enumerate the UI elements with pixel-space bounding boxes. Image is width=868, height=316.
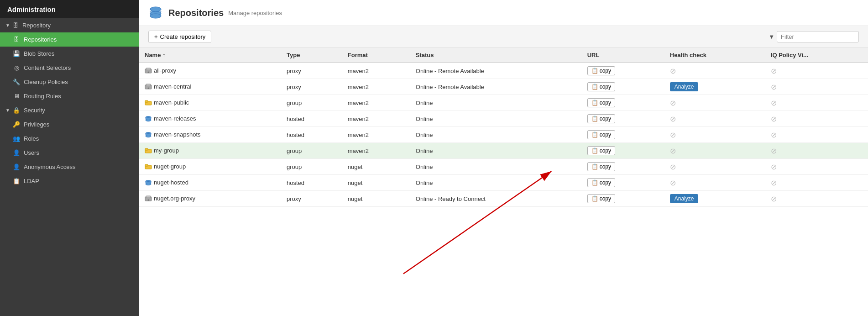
sidebar-item-content-selectors[interactable]: ◎ Content Selectors — [0, 61, 139, 75]
cell-iq-policy: ⊘ — [765, 79, 868, 95]
copy-url-button[interactable]: 📋 copy — [587, 194, 615, 203]
iq-disabled-icon: ⊘ — [771, 131, 777, 139]
cell-url: 📋 copy — [582, 79, 664, 95]
cell-status: Online — [410, 143, 582, 159]
cell-health-check: ⊘ — [664, 143, 765, 159]
col-name: Name ↑ — [139, 48, 281, 63]
cell-format: nuget — [342, 191, 410, 207]
col-url: URL — [582, 48, 664, 63]
sidebar-item-repositories[interactable]: 🗄 Repositories — [0, 32, 139, 47]
sidebar-item-label: Repositories — [24, 36, 57, 43]
chevron-down-icon-security: ▼ — [5, 108, 10, 113]
filter-icon: ▼ — [769, 33, 774, 40]
security-icon: 🔒 — [13, 107, 20, 114]
cell-type: proxy — [281, 191, 342, 207]
sidebar-item-blob-stores[interactable]: 💾 Blob Stores — [0, 47, 139, 61]
sidebar-title: Administration — [0, 0, 139, 18]
sidebar-item-anonymous-access[interactable]: 👤 Anonymous Access — [0, 160, 139, 174]
create-repository-button[interactable]: + Create repository — [148, 31, 211, 43]
cell-iq-policy: ⊘ — [765, 159, 868, 175]
table-row: maven-central proxy maven2 Online - Remo… — [139, 79, 868, 95]
cell-format: nuget — [342, 175, 410, 191]
cell-url: 📋 copy — [582, 191, 664, 207]
cell-health-check: ⊘ — [664, 95, 765, 111]
copy-url-button[interactable]: 📋 copy — [587, 114, 615, 123]
table-row: nuget-hosted hosted nuget Online 📋 copy … — [139, 175, 868, 191]
table-row: nuget-group group nuget Online 📋 copy ⊘ … — [139, 159, 868, 175]
sidebar-item-label: Privileges — [24, 121, 49, 128]
main-content: Repositories Manage repositories + Creat… — [139, 0, 868, 316]
svg-point-26 — [148, 200, 149, 201]
copy-url-button[interactable]: 📋 copy — [587, 162, 615, 171]
sidebar-item-privileges[interactable]: 🔑 Privileges — [0, 117, 139, 132]
content-selectors-icon: ◎ — [13, 64, 20, 71]
sidebar-item-cleanup-policies[interactable]: 🔧 Cleanup Policies — [0, 75, 139, 89]
cell-format: maven2 — [342, 111, 410, 127]
cell-format: maven2 — [342, 95, 410, 111]
table-row: maven-releases hosted maven2 Online 📋 co… — [139, 111, 868, 127]
analyze-button[interactable]: Analyze — [670, 194, 699, 203]
iq-disabled-icon: ⊘ — [771, 67, 777, 75]
sidebar-item-roles[interactable]: 👥 Roles — [0, 132, 139, 146]
copy-icon: 📋 — [591, 132, 598, 138]
cell-name: maven-snapshots — [139, 127, 281, 143]
chevron-down-icon: ▼ — [5, 23, 10, 28]
cell-name: nuget-hosted — [139, 175, 281, 191]
disabled-icon: ⊘ — [670, 179, 676, 187]
iq-disabled-icon: ⊘ — [771, 147, 777, 155]
cell-type: group — [281, 95, 342, 111]
cell-url: 📋 copy — [582, 63, 664, 79]
iq-disabled-icon: ⊘ — [771, 195, 777, 203]
sidebar: Administration ▼ 🗄 Repository 🗄 Reposito… — [0, 0, 139, 316]
cell-status: Online — [410, 127, 582, 143]
cell-url: 📋 copy — [582, 95, 664, 111]
cell-type: proxy — [281, 79, 342, 95]
col-iq-policy: IQ Policy Vi... — [765, 48, 868, 63]
sidebar-item-ldap[interactable]: 📋 LDAP — [0, 174, 139, 188]
anonymous-icon: 👤 — [13, 163, 20, 170]
sidebar-item-users[interactable]: 👤 Users — [0, 146, 139, 160]
cell-iq-policy: ⊘ — [765, 175, 868, 191]
cell-name: nuget-group — [139, 159, 281, 175]
routing-icon: 🖥 — [13, 93, 20, 100]
users-icon: 👤 — [13, 149, 20, 156]
cell-iq-policy: ⊘ — [765, 143, 868, 159]
svg-rect-10 — [145, 100, 148, 102]
col-type: Type — [281, 48, 342, 63]
cell-health-check: ⊘ — [664, 175, 765, 191]
copy-url-button[interactable]: 📋 copy — [587, 98, 615, 107]
col-status: Status — [410, 48, 582, 63]
cell-format: nuget — [342, 159, 410, 175]
cell-health-check: ⊘ — [664, 127, 765, 143]
cell-status: Online — [410, 159, 582, 175]
blob-stores-icon: 💾 — [13, 50, 20, 57]
iq-disabled-icon: ⊘ — [771, 163, 777, 171]
sidebar-item-label: Blob Stores — [24, 50, 54, 57]
sidebar-item-routing-rules[interactable]: 🖥 Routing Rules — [0, 89, 139, 103]
col-health-check: Health check — [664, 48, 765, 63]
copy-url-button[interactable]: 📋 copy — [587, 82, 615, 91]
filter-input[interactable] — [777, 31, 859, 42]
copy-url-button[interactable]: 📋 copy — [587, 130, 615, 139]
cell-health-check: ⊘ — [664, 111, 765, 127]
copy-url-button[interactable]: 📋 copy — [587, 178, 615, 187]
sidebar-item-label: Anonymous Access — [24, 163, 75, 170]
cell-iq-policy: ⊘ — [765, 127, 868, 143]
cell-status: Online — [410, 111, 582, 127]
cell-iq-policy: ⊘ — [765, 191, 868, 207]
cell-status: Online — [410, 95, 582, 111]
cell-name: maven-releases — [139, 111, 281, 127]
disabled-icon: ⊘ — [670, 67, 676, 75]
sidebar-section-repository[interactable]: ▼ 🗄 Repository — [0, 18, 139, 32]
svg-point-23 — [146, 183, 151, 185]
analyze-button[interactable]: Analyze — [670, 82, 699, 91]
filter-box: ▼ — [769, 31, 859, 42]
toolbar: + Create repository ▼ — [139, 26, 868, 48]
svg-rect-4 — [146, 68, 151, 70]
sidebar-section-security[interactable]: ▼ 🔒 Security — [0, 103, 139, 117]
col-format: Format — [342, 48, 410, 63]
cell-format: maven2 — [342, 63, 410, 79]
copy-url-button[interactable]: 📋 copy — [587, 146, 615, 155]
copy-url-button[interactable]: 📋 copy — [587, 66, 615, 75]
cell-type: group — [281, 159, 342, 175]
